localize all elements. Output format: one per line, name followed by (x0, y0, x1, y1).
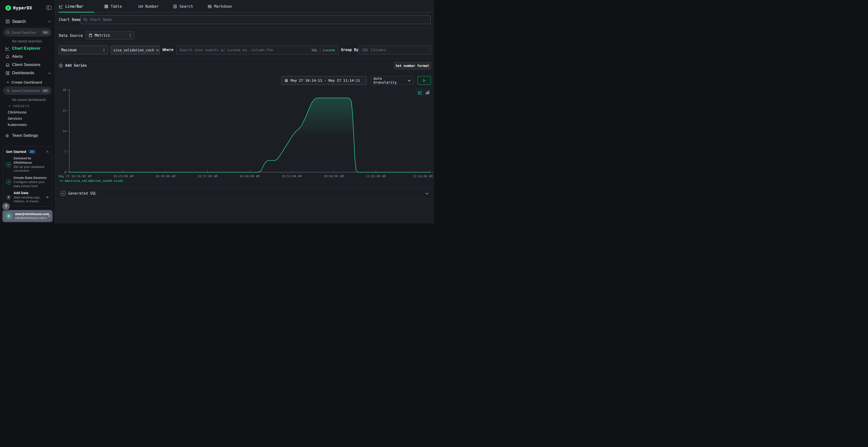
search-icon (6, 89, 10, 93)
sidebar-item-label: Chart Explorer (12, 46, 40, 51)
tab-label: Line/Bar (65, 4, 84, 9)
saved-dashboards-search[interactable]: ⌘K (3, 87, 52, 95)
sidebar-item-client-sessions[interactable]: Client Sessions (0, 62, 55, 68)
tab-label: Search (179, 4, 193, 9)
svg-text:10:37:00 AM: 10:37:00 AM (197, 174, 217, 178)
tab-markdown[interactable]: Markdown (208, 3, 232, 10)
add-series-button[interactable]: Add Series (59, 63, 87, 68)
no-saved-searches-text: No saved searches (12, 39, 42, 43)
where-field: SQL|Lucene (176, 45, 338, 55)
granularity-value: Auto Granularity (373, 77, 405, 84)
svg-text:21: 21 (62, 109, 66, 112)
updown-chevrons-icon (102, 48, 105, 52)
chevron-down-icon (425, 192, 429, 195)
chart-name-input[interactable] (84, 18, 428, 22)
metric-tag-label: visa_validation_cach (113, 48, 154, 52)
run-query-button[interactable] (417, 76, 431, 85)
updown-chevrons-icon (129, 33, 132, 37)
gear-icon: ⚙ (5, 133, 10, 138)
search-section-icon (5, 19, 10, 24)
saved-dashboards-input[interactable] (10, 89, 42, 93)
divider (0, 27, 55, 27)
tab-label: Number (145, 4, 159, 9)
saved-searches-search[interactable]: ⌘K (3, 28, 52, 36)
sidebar-item-label: Alerts (12, 54, 23, 59)
preset-kubernetes[interactable]: Kubernetes (8, 123, 27, 127)
get-started-card: Get Started 2/3 Connect to ClickHouse Se… (3, 146, 52, 207)
plus-icon: + (7, 80, 9, 84)
code-icon: <> (61, 191, 66, 196)
set-number-format-button[interactable]: Set number format (394, 62, 431, 69)
svg-text:10:44:00 AM: 10:44:00 AM (240, 174, 260, 178)
granularity-select[interactable]: Auto Granularity (370, 76, 414, 85)
preset-services[interactable]: Services (8, 116, 22, 121)
metric-tag[interactable]: visa_validation_cach ✕ (111, 45, 160, 55)
step-create-data-sources[interactable]: Create Data Sources Configure where your… (6, 176, 49, 188)
sidebar-collapse-icon[interactable] (46, 5, 52, 10)
tab-line-bar[interactable]: Line/Bar (59, 3, 84, 10)
group-by-label: Group By (341, 48, 358, 52)
aggregation-select[interactable]: Maximum (59, 45, 108, 55)
chevron-up-icon[interactable] (46, 150, 49, 153)
main-area: Line/Bar Table 123 Number Search (55, 0, 434, 224)
data-source-select[interactable]: Metrics (86, 31, 134, 39)
svg-text:28: 28 (62, 88, 66, 92)
sidebar-item-team-settings[interactable]: ⚙ Team Settings (0, 133, 55, 139)
logo-row: HyperDX (0, 4, 55, 12)
sidebar-item-label: Dashboards (12, 71, 34, 75)
step-number-badge: 3 (6, 195, 11, 200)
chart-explorer-icon (5, 46, 10, 51)
arrow-right-icon (45, 195, 49, 199)
sidebar-item-dashboards[interactable]: Dashboards (0, 70, 55, 77)
sidebar-item-alerts[interactable]: Alerts (0, 54, 55, 60)
query-language-toggle: SQL|Lucene (311, 48, 335, 52)
close-icon[interactable]: ✕ (156, 48, 159, 52)
create-dashboard-button[interactable]: +Create Dashboard (7, 80, 42, 84)
tab-search[interactable]: Search (173, 3, 193, 10)
svg-text:14: 14 (62, 129, 66, 133)
search-section-label: Search (12, 19, 26, 24)
help-button[interactable]: ? (2, 202, 10, 210)
sidebar-item-chart-explorer[interactable]: Chart Explorer (0, 46, 55, 52)
where-input[interactable] (179, 48, 311, 52)
get-started-title: Get Started (6, 149, 26, 154)
plus-circle-icon (59, 64, 63, 68)
sidebar-item-label: Client Sessions (12, 62, 40, 67)
calendar-icon (284, 78, 288, 82)
svg-text:May 27 10:14:00 AM: May 27 10:14:00 AM (59, 174, 91, 178)
step-title: Connect to ClickHouse (13, 156, 49, 165)
svg-text:10:58:00 AM: 10:58:00 AM (323, 174, 344, 178)
check-circle-icon (6, 179, 11, 184)
avatar: D (5, 212, 12, 220)
date-range-picker[interactable]: May 27 10:14:11 - May 27 11:14:11 (281, 76, 367, 85)
timeseries-chart[interactable]: 07142128May 27 10:14:00 AM10:23:00 AM10:… (58, 86, 433, 179)
presets-toggle[interactable]: PRESETS (8, 104, 29, 108)
generated-sql-row[interactable]: <> Generated SQL (55, 189, 434, 198)
tab-number[interactable]: 123 Number (138, 3, 159, 10)
search-section-header[interactable]: Search (0, 19, 55, 26)
view-tabs: Line/Bar Table 123 Number Search (55, 0, 434, 12)
saved-searches-input[interactable] (10, 31, 42, 34)
user-email: dale@clickhouse.com (15, 212, 47, 216)
create-dashboard-label: Create Dashboard (11, 80, 42, 84)
group-by-input[interactable] (362, 48, 428, 52)
document-list-icon (173, 4, 177, 9)
chevron-right-icon (47, 214, 51, 218)
dashboards-icon (5, 71, 10, 75)
presets-label: PRESETS (13, 104, 29, 108)
tab-label: Table (111, 4, 122, 9)
lucene-toggle[interactable]: Lucene (323, 48, 335, 52)
add-series-label: Add Series (65, 63, 87, 68)
user-menu[interactable]: D dale@clickhouse.com dale@clickhouse.co… (2, 210, 53, 222)
number-123-icon: 123 (138, 5, 143, 8)
step-add-data[interactable]: 3 Add Data Start sending logs, metrics, … (6, 191, 49, 203)
data-source-value: Metrics (95, 33, 110, 38)
preset-clickhouse[interactable]: ClickHouse (8, 110, 27, 114)
toggle-divider: | (319, 48, 321, 52)
sql-toggle[interactable]: SQL (311, 48, 317, 52)
chart-name-label: Chart Name (59, 18, 81, 22)
svg-text:10:30:00 AM: 10:30:00 AM (156, 174, 176, 178)
tab-table[interactable]: Table (104, 3, 122, 10)
step-connect-clickhouse[interactable]: Connect to ClickHouse Set up your databa… (6, 156, 49, 173)
chart-name-field (80, 15, 431, 24)
